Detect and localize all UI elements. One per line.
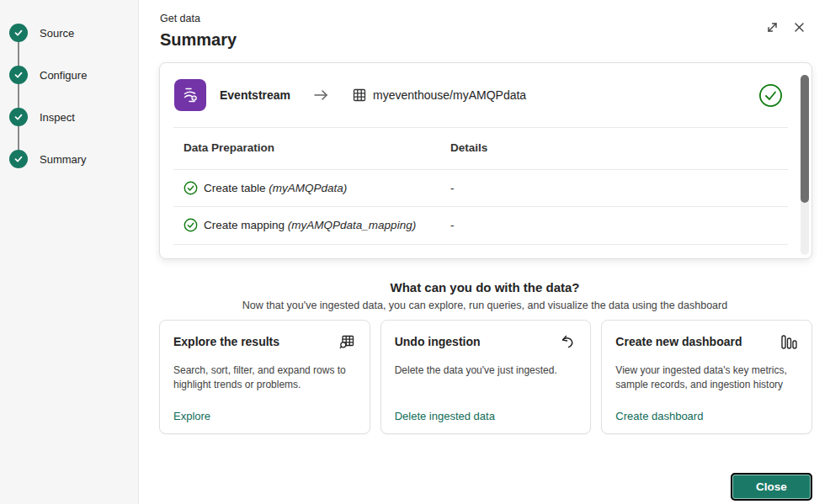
card-title: Create new dashboard [615,335,742,348]
create-dashboard-link[interactable]: Create dashboard [615,410,703,422]
row-action-label: Create mapping (myAMQPdata_mapping) [204,219,416,231]
row-object-name: (myAMQPdata) [269,182,347,194]
row-details-value: - [450,182,455,194]
check-circle-filled-icon [9,24,28,42]
section-title: What can you do with the data? [140,280,830,294]
close-icon [793,21,806,34]
column-header-data-preparation: Data Preparation [184,141,274,154]
stepper-item-source[interactable]: Source [0,23,74,43]
stepper-item-label: Configure [40,69,87,82]
stepper-item-inspect[interactable]: Inspect [0,107,75,127]
explore-results-card: Explore the results Search, sort, filter… [159,320,370,434]
divider [173,127,788,128]
stepper-item-label: Summary [40,153,87,166]
success-check-circle-icon [184,181,198,195]
undo-arrow-icon [559,333,577,351]
table-search-icon [338,333,356,351]
divider [173,244,788,245]
source-destination-row: Eventstream myeventhouse/myAMQPdata [160,63,811,127]
column-header-details: Details [450,141,487,154]
breadcrumb: Get data [160,13,200,24]
undo-ingestion-card: Undo ingestion Delete the data you've ju… [380,320,592,434]
card-title: Undo ingestion [395,335,481,348]
destination-label: myeventhouse/myAMQPdata [373,88,526,102]
create-dashboard-card: Create new dashboard View your ingested … [601,320,812,434]
stepper-connector-line [18,34,19,159]
expand-icon [765,20,779,34]
summary-panel: Get data Summary [140,0,830,504]
wizard-stepper: Source Configure Inspect Summary [0,0,139,504]
bar-chart-icon [779,333,798,351]
check-circle-filled-icon [9,108,28,126]
scrollbar-thumb[interactable] [801,75,809,203]
close-button[interactable]: Close [731,473,812,501]
close-button-x[interactable] [788,16,810,38]
card-title: Explore the results [173,335,279,348]
expand-button[interactable] [761,16,783,38]
row-object-name: (myAMQPdata_mapping) [288,219,416,231]
arrow-right-icon [312,87,330,103]
stepper-item-summary[interactable]: Summary [0,149,87,169]
explore-link[interactable]: Explore [173,410,210,422]
row-action-label: Create table (myAMQPdata) [204,182,347,194]
row-details-value: - [450,219,455,231]
get-data-dialog: Source Configure Inspect Summary Get dat… [0,0,830,504]
ingestion-summary-card: Eventstream myeventhouse/myAMQPdata [159,62,812,259]
check-circle-filled-icon [9,66,28,84]
success-check-circle-icon [758,83,783,108]
card-scrollbar[interactable] [801,75,809,255]
stepper-item-configure[interactable]: Configure [0,65,87,85]
delete-ingested-data-link[interactable]: Delete ingested data [395,410,495,422]
check-circle-filled-icon [9,150,28,168]
destination-group: myeventhouse/myAMQPdata [352,88,526,103]
table-row: Create mapping (myAMQPdata_mapping) - [160,206,788,244]
section-subtitle: Now that you've ingested data, you can e… [140,300,830,311]
success-check-circle-icon [184,218,198,232]
card-body-text: Delete the data you've just ingested. [395,363,577,378]
table-grid-icon [352,88,367,103]
action-cards-row: Explore the results Search, sort, filter… [159,320,812,434]
card-body-text: View your ingested data's key metrics, s… [615,363,798,393]
source-label: Eventstream [220,88,290,102]
table-row: Create table (myAMQPdata) - [160,169,788,206]
stepper-item-label: Source [40,27,74,40]
stepper-item-label: Inspect [40,111,75,124]
card-body-text: Search, sort, filter, and expand rows to… [173,363,356,393]
page-title: Summary [160,30,237,50]
eventstream-icon [174,79,206,111]
